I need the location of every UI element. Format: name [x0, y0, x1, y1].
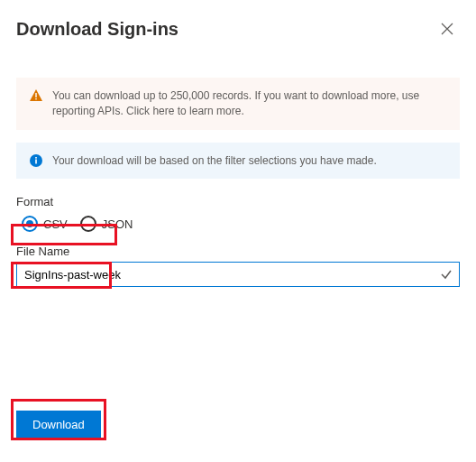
format-options: CSV JSON	[16, 212, 460, 236]
filename-input[interactable]	[16, 262, 460, 287]
download-button[interactable]: Download	[16, 411, 101, 439]
svg-rect-0	[35, 93, 36, 97]
dialog-title: Download Sign-ins	[16, 19, 178, 40]
format-option-json[interactable]: JSON	[80, 216, 133, 232]
close-icon	[441, 23, 453, 35]
close-button[interactable]	[435, 16, 460, 42]
format-section: Format CSV JSON	[16, 195, 460, 236]
warning-banner[interactable]: You can download up to 250,000 records. …	[16, 78, 460, 130]
filename-label: File Name	[16, 245, 460, 258]
format-json-label: JSON	[102, 217, 133, 231]
svg-rect-4	[35, 157, 37, 159]
svg-rect-1	[35, 98, 36, 99]
filename-section: File Name	[16, 245, 460, 287]
radio-selected-icon	[22, 216, 38, 232]
info-icon	[29, 153, 43, 168]
format-option-csv[interactable]: CSV	[22, 216, 68, 232]
info-text: Your download will be based on the filte…	[52, 153, 377, 169]
dialog-header: Download Sign-ins	[16, 16, 460, 42]
warning-text: You can download up to 250,000 records. …	[52, 88, 447, 119]
check-icon	[440, 268, 453, 281]
radio-unselected-icon	[80, 216, 96, 232]
warning-icon	[29, 88, 43, 103]
format-csv-label: CSV	[43, 217, 68, 231]
svg-rect-3	[35, 159, 37, 163]
dialog-footer: Download	[0, 398, 476, 462]
info-banner: Your download will be based on the filte…	[16, 143, 460, 180]
format-label: Format	[16, 195, 460, 208]
